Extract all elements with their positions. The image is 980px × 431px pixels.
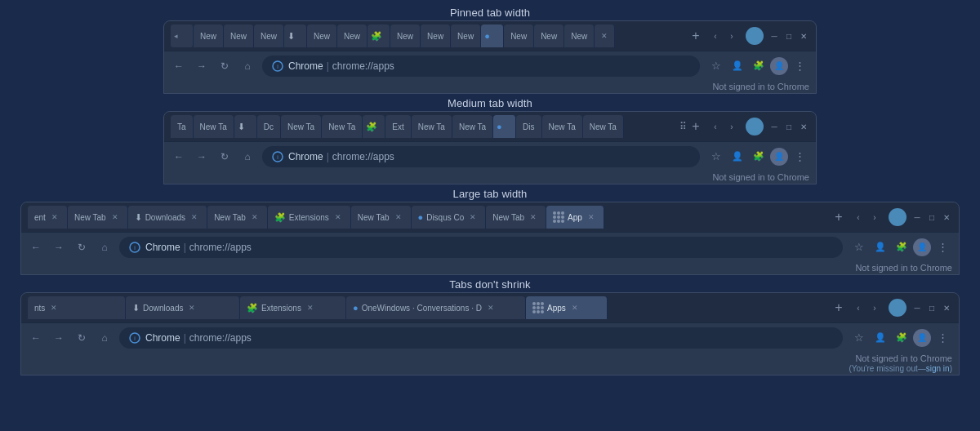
close-button[interactable]: ✕ bbox=[798, 121, 809, 132]
back-button[interactable]: ← bbox=[171, 58, 187, 74]
tab-item[interactable]: New Ta bbox=[281, 115, 322, 138]
tab-close-icon[interactable]: ✕ bbox=[332, 211, 344, 223]
tab-download[interactable]: ⬇ bbox=[284, 24, 307, 47]
bookmark-button[interactable]: ☆ bbox=[849, 238, 869, 257]
tab-close[interactable]: ✕ bbox=[595, 24, 615, 47]
nav-next-tab[interactable]: › bbox=[724, 119, 739, 134]
avatar[interactable]: 👤 bbox=[913, 329, 931, 347]
maximize-button[interactable]: □ bbox=[783, 121, 795, 132]
tab-close-icon[interactable]: ✕ bbox=[485, 302, 497, 313]
tab-onewindows[interactable]: ● OneWindows · Conversations · D ✕ bbox=[346, 296, 526, 319]
refresh-button[interactable]: ↻ bbox=[74, 239, 90, 255]
address-field[interactable]: i Chrome | chrome://apps bbox=[262, 56, 700, 77]
tab-item[interactable]: New bbox=[254, 24, 284, 47]
extension-icon2[interactable]: 🧩 bbox=[892, 238, 911, 257]
more-tabs[interactable]: ⠿ bbox=[679, 121, 687, 132]
profile-button[interactable] bbox=[889, 299, 906, 317]
profile-button[interactable] bbox=[889, 208, 906, 226]
tab-item[interactable]: New Tab ✕ bbox=[207, 206, 268, 229]
extension-icon2[interactable]: 🧩 bbox=[749, 56, 768, 76]
tab-item[interactable]: New bbox=[224, 24, 254, 47]
tab-item[interactable]: New bbox=[307, 24, 337, 47]
tab-item[interactable]: New Ta bbox=[412, 115, 452, 138]
tab-close-icon[interactable]: ✕ bbox=[189, 211, 200, 223]
address-field[interactable]: i Chrome | chrome://apps bbox=[119, 237, 843, 258]
tab-close-icon[interactable]: ✕ bbox=[305, 302, 316, 313]
forward-button[interactable]: → bbox=[51, 239, 67, 255]
nav-next-tab[interactable]: › bbox=[867, 210, 882, 224]
profile-button[interactable] bbox=[746, 27, 764, 45]
back-button[interactable]: ← bbox=[28, 239, 44, 255]
menu-button[interactable]: ⋮ bbox=[790, 147, 809, 167]
refresh-button[interactable]: ↻ bbox=[74, 330, 90, 346]
extension-icon1[interactable]: 👤 bbox=[871, 238, 890, 257]
minimize-button[interactable]: ─ bbox=[768, 121, 780, 132]
tab-item[interactable]: Dc bbox=[257, 115, 281, 138]
refresh-button[interactable]: ↻ bbox=[216, 58, 233, 74]
address-field[interactable]: i Chrome | chrome://apps bbox=[119, 327, 843, 349]
tab-close-icon[interactable]: ✕ bbox=[586, 211, 597, 223]
tab-close-icon[interactable]: ✕ bbox=[249, 211, 261, 223]
home-button[interactable]: ⌂ bbox=[96, 330, 113, 346]
tab-close-icon[interactable]: ✕ bbox=[528, 211, 539, 223]
nav-next-tab[interactable]: › bbox=[724, 29, 739, 43]
back-button[interactable]: ← bbox=[28, 330, 44, 346]
maximize-button[interactable]: □ bbox=[926, 302, 938, 313]
tab-downloads[interactable]: ⬇ Downloads ✕ bbox=[128, 206, 207, 229]
tab-extensions[interactable]: 🧩 Extensions ✕ bbox=[268, 206, 351, 229]
bookmark-button[interactable]: ☆ bbox=[706, 147, 726, 167]
extension-icon2[interactable]: 🧩 bbox=[892, 328, 911, 348]
nav-prev-tab[interactable]: ‹ bbox=[851, 210, 866, 224]
nav-prev-tab[interactable]: ‹ bbox=[708, 119, 723, 134]
tab-close-icon[interactable]: ✕ bbox=[109, 211, 121, 223]
avatar[interactable]: 👤 bbox=[770, 148, 788, 166]
tab-item[interactable]: Dis bbox=[516, 115, 541, 138]
maximize-button[interactable]: □ bbox=[926, 211, 938, 223]
close-button[interactable]: ✕ bbox=[798, 30, 809, 42]
nav-prev-tab[interactable]: ‹ bbox=[851, 300, 866, 315]
tab-item[interactable]: New bbox=[421, 24, 451, 47]
nav-prev-tab[interactable]: ‹ bbox=[708, 29, 723, 43]
tab-close-icon[interactable]: ✕ bbox=[393, 211, 404, 223]
nav-next-tab[interactable]: › bbox=[867, 300, 882, 315]
extension-icon1[interactable]: 👤 bbox=[728, 56, 747, 76]
close-button[interactable]: ✕ bbox=[941, 302, 952, 313]
new-tab-button[interactable]: + bbox=[687, 118, 705, 136]
tab-chrome-active[interactable]: ● bbox=[493, 115, 516, 138]
new-tab-button[interactable]: + bbox=[830, 208, 848, 226]
tab-item[interactable]: New bbox=[337, 24, 368, 47]
extension-icon1[interactable]: 👤 bbox=[728, 147, 747, 167]
tab-apps-active[interactable]: App ✕ bbox=[546, 206, 604, 229]
tab-item[interactable]: ent ✕ bbox=[28, 206, 68, 229]
forward-button[interactable]: → bbox=[194, 58, 210, 74]
tab-close-icon[interactable]: ✕ bbox=[48, 302, 60, 313]
tab-extension[interactable]: 🧩 bbox=[363, 115, 385, 138]
maximize-button[interactable]: □ bbox=[783, 30, 795, 42]
tab-item[interactable]: Ta bbox=[171, 115, 194, 138]
tab-item[interactable]: New bbox=[504, 24, 534, 47]
tab-close-icon[interactable]: ✕ bbox=[569, 302, 581, 313]
refresh-button[interactable]: ↻ bbox=[216, 149, 233, 165]
minimize-button[interactable]: ─ bbox=[768, 30, 780, 42]
minimize-button[interactable]: ─ bbox=[911, 211, 923, 223]
tab-item[interactable]: New Ta bbox=[583, 115, 624, 138]
home-button[interactable]: ⌂ bbox=[239, 149, 256, 165]
minimize-button[interactable]: ─ bbox=[911, 302, 923, 313]
menu-button[interactable]: ⋮ bbox=[790, 56, 809, 76]
extension-icon1[interactable]: 👤 bbox=[871, 328, 890, 348]
back-button[interactable]: ← bbox=[171, 149, 187, 165]
tab-new-tab[interactable]: New Tab ✕ bbox=[68, 206, 128, 229]
forward-button[interactable]: → bbox=[51, 330, 67, 346]
tab-close-icon[interactable]: ✕ bbox=[49, 211, 60, 223]
tab-item[interactable]: New bbox=[564, 24, 595, 47]
tab-extensions[interactable]: 🧩 Extensions ✕ bbox=[240, 296, 346, 319]
address-field[interactable]: i Chrome | chrome://apps bbox=[262, 146, 700, 167]
tab-item[interactable]: New bbox=[194, 24, 224, 47]
new-tab-button[interactable]: + bbox=[687, 27, 705, 45]
tab-item[interactable]: Ext bbox=[385, 115, 411, 138]
tab-chrome-active[interactable]: ● bbox=[481, 24, 504, 47]
avatar[interactable]: 👤 bbox=[913, 238, 931, 256]
tab-item[interactable]: nts ✕ bbox=[28, 296, 126, 319]
avatar[interactable]: 👤 bbox=[770, 57, 788, 75]
tab-item[interactable]: New bbox=[534, 24, 564, 47]
